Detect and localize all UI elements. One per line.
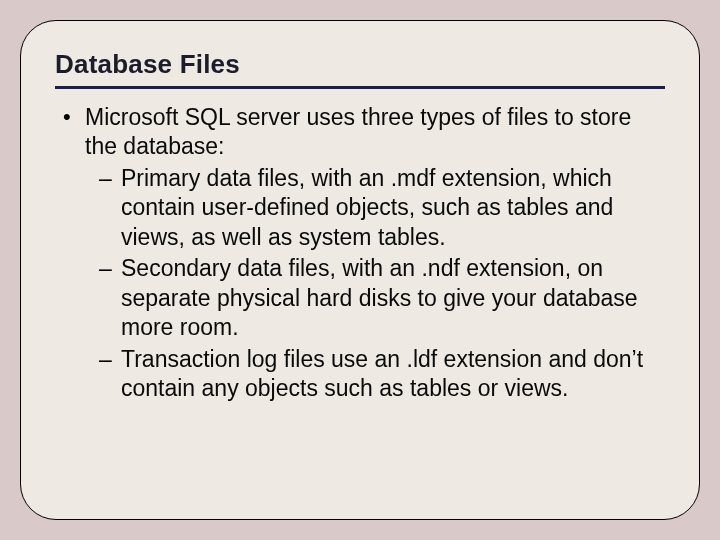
title-underline [55, 86, 665, 89]
slide-content: Microsoft SQL server uses three types of… [55, 103, 665, 403]
subitem-text: Transaction log files use an .ldf extens… [121, 346, 643, 401]
bullet-list-level2: Primary data files, with an .mdf extensi… [85, 164, 665, 404]
list-item: Microsoft SQL server uses three types of… [63, 103, 665, 403]
slide-card: Database Files Microsoft SQL server uses… [20, 20, 700, 520]
bullet-intro-text: Microsoft SQL server uses three types of… [85, 103, 665, 162]
list-item: Primary data files, with an .mdf extensi… [99, 164, 665, 252]
slide-title: Database Files [55, 49, 665, 80]
list-item: Transaction log files use an .ldf extens… [99, 345, 665, 404]
subitem-text: Secondary data files, with an .ndf exten… [121, 255, 638, 340]
bullet-list-level1: Microsoft SQL server uses three types of… [55, 103, 665, 403]
subitem-text: Primary data files, with an .mdf extensi… [121, 165, 613, 250]
list-item: Secondary data files, with an .ndf exten… [99, 254, 665, 342]
